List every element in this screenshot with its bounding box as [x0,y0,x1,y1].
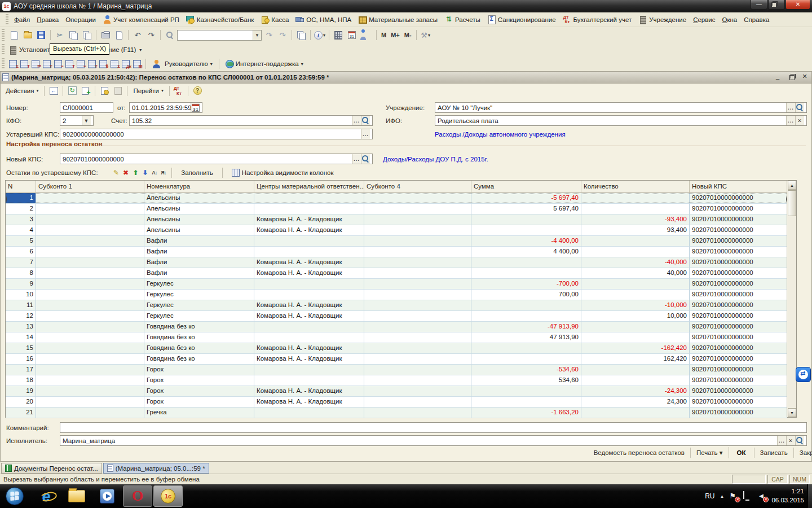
table-cell[interactable] [254,193,364,204]
report-icon-2[interactable] [20,59,29,68]
table-cell[interactable] [581,279,690,290]
uchr-search-icon[interactable] [795,103,804,112]
table-cell[interactable] [471,397,581,408]
table-cell[interactable] [471,343,581,354]
report-icon-1[interactable] [8,59,18,68]
calc-m-minus-button[interactable]: М- [403,32,413,38]
table-row[interactable]: 16Говядина без коКомарова Н. А. - Кладов… [6,354,787,365]
ifo-field[interactable]: Родительская плата...✕ [435,115,807,126]
table-cell[interactable]: -1 663,20 [471,408,581,418]
table-cell[interactable]: 90207010000000000 [690,365,787,375]
ok-button[interactable]: ОК [729,448,754,458]
table-cell[interactable] [364,290,471,300]
volume-icon[interactable]: ◄✕ [757,492,766,501]
table-row[interactable]: 15Говядина без коКомарова Н. А. - Кладов… [6,343,787,354]
table-cell[interactable]: 10,000 [581,311,690,322]
table-cell[interactable]: 1 [6,193,36,204]
table-cell[interactable]: 18 [6,375,36,386]
table-cell[interactable]: Комарова Н. А. - Кладовщик [254,214,364,225]
table-cell[interactable]: -47 913,90 [471,322,581,332]
minimize-button[interactable]: — [751,0,767,10]
taskbar-explorer-icon[interactable] [62,485,91,507]
table-cell[interactable] [581,204,690,214]
table-cell[interactable]: Горох [144,375,254,386]
fill-document-icon[interactable] [98,85,111,97]
table-cell[interactable] [36,268,144,279]
table-cell[interactable]: Геркулес [144,279,254,290]
table-cell[interactable]: Вафли [144,236,254,247]
table-cell[interactable] [254,375,364,386]
table-cell[interactable]: Гречка [144,408,254,418]
table-cell[interactable]: 10 [6,290,36,300]
toolbar-grip[interactable] [6,14,8,25]
calendar-icon[interactable] [346,29,358,41]
report-icon-5[interactable] [54,59,63,68]
table-cell[interactable]: 90207010000000000 [690,332,787,343]
tray-expand-icon[interactable]: ▲ [720,494,725,499]
table-cell[interactable]: 12 [6,311,36,322]
table-cell[interactable]: 4 400,00 [471,247,581,257]
edit-row-icon[interactable]: ✎ [113,169,119,177]
table-cell[interactable]: 90207010000000000 [690,354,787,365]
taskbar-opera-icon[interactable]: O [123,485,152,507]
fill-button[interactable]: Заполнить [178,169,216,177]
table-row[interactable]: 20ГорохКомарова Н. А. - Кладовщик24,3009… [6,397,787,408]
table-cell[interactable]: 90207010000000000 [690,257,787,268]
ifo-ellipsis-button[interactable]: ... [786,116,795,125]
show-desktop-button[interactable] [807,484,812,508]
table-row[interactable]: 11ГеркулесКомарова Н. А. - Кладовщик-10,… [6,300,787,311]
table-cell[interactable]: 6 [6,247,36,257]
table-cell[interactable] [36,193,144,204]
table-cell[interactable] [36,204,144,214]
restore-button[interactable] [768,0,785,10]
table-cell[interactable]: 93,400 [581,225,690,236]
table-cell[interactable]: Геркулес [144,290,254,300]
table-cell[interactable]: 90207010000000000 [690,236,787,247]
column-header[interactable]: Сумма [471,181,581,193]
vedomost-button[interactable]: Ведомость переноса остатков [588,448,691,458]
schet-field[interactable]: 105.32... [129,115,373,126]
save-button[interactable]: Записать [754,448,794,458]
table-cell[interactable]: Горох [144,365,254,375]
menu-item[interactable]: Окна [719,15,741,24]
table-row[interactable]: 9Геркулес-700,0090207010000000000 [6,279,787,290]
table-cell[interactable]: Вафли [144,268,254,279]
table-cell[interactable]: Апельсины [144,193,254,204]
set-institution-label[interactable]: Установить [19,46,53,53]
start-button[interactable] [6,487,24,505]
table-cell[interactable] [581,290,690,300]
table-cell[interactable]: Комарова Н. А. - Кладовщик [254,300,364,311]
table-cell[interactable]: 21 [6,408,36,418]
uchrezhdenie-field[interactable]: АОУ № 10 "Лучик"... [435,102,807,113]
table-cell[interactable]: Комарова Н. А. - Кладовщик [254,386,364,397]
table-cell[interactable] [364,279,471,290]
reread-icon[interactable] [47,85,60,97]
table-row[interactable]: 8ВафлиКомарова Н. А. - Кладовщик40,00090… [6,268,787,279]
set-institution-label-tail[interactable]: ние (F11) [108,46,136,53]
kfo-dropdown-icon[interactable]: ▼ [82,116,91,125]
executor-search-icon[interactable] [795,436,804,445]
table-row[interactable]: 3АпельсиныКомарова Н. А. - Кладовщик-93,… [6,214,787,225]
table-row[interactable]: 12ГеркулесКомарова Н. А. - Кладовщик10,0… [6,311,787,322]
table-cell[interactable]: Комарова Н. А. - Кладовщик [254,397,364,408]
table-cell[interactable] [36,257,144,268]
column-header[interactable]: Центры материальной ответствен... [254,181,364,193]
toolbar-grip[interactable] [2,29,5,41]
report-icon-7[interactable] [76,59,86,68]
table-row[interactable]: 7ВафлиКомарова Н. А. - Кладовщик-40,0009… [6,257,787,268]
table-cell[interactable]: 19 [6,386,36,397]
table-cell[interactable] [254,290,364,300]
table-cell[interactable] [364,375,471,386]
table-cell[interactable] [471,354,581,365]
table-cell[interactable] [36,225,144,236]
table-cell[interactable] [364,236,471,247]
table-cell[interactable]: 90207010000000000 [690,247,787,257]
user-settings-icon[interactable] [359,29,372,41]
table-cell[interactable]: -93,400 [581,214,690,225]
table-cell[interactable]: -162,420 [581,343,690,354]
taskbar-mediaplayer-icon[interactable] [92,485,122,507]
table-cell[interactable]: Горох [144,386,254,397]
new-kps-ellipsis-button[interactable]: ... [352,154,361,164]
report-icon-9[interactable] [99,59,108,68]
copy-icon[interactable] [67,29,80,41]
